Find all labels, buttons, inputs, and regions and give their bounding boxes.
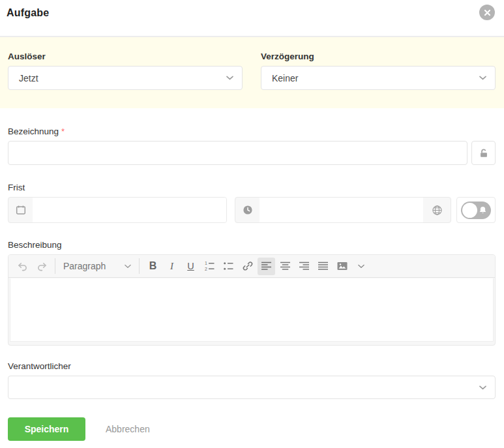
deadline-field: Frist <box>8 183 496 223</box>
align-left-icon <box>261 261 272 271</box>
close-button[interactable] <box>479 5 495 20</box>
trigger-select-value: Jetzt <box>19 73 38 83</box>
form-body: Bezeichnung* Frist <box>0 127 504 448</box>
bell-icon <box>479 206 487 215</box>
rich-text-editor: Paragraph B I U 12 <box>8 254 496 346</box>
toolbar-separator <box>139 258 140 274</box>
align-center-button[interactable] <box>276 258 294 275</box>
trigger-select[interactable]: Jetzt <box>8 66 243 90</box>
time-input-group <box>235 197 451 223</box>
numbered-list-button[interactable]: 12 <box>201 258 218 275</box>
responsible-select[interactable] <box>8 376 496 399</box>
numbered-list-icon: 12 <box>204 261 215 271</box>
reminder-toggle-knob <box>462 203 477 218</box>
chevron-down-icon <box>358 264 364 269</box>
undo-icon <box>17 260 29 272</box>
toolbar-separator <box>55 258 55 274</box>
task-dialog: Aufgabe Auslöser Jetzt Verzögerung Keine… <box>0 0 504 448</box>
reminder-toggle-track <box>461 202 491 219</box>
redo-icon <box>36 260 48 272</box>
align-right-button[interactable] <box>295 258 313 275</box>
editor-toolbar: Paragraph B I U 12 <box>8 255 495 278</box>
date-input-group <box>8 197 227 223</box>
italic-button[interactable]: I <box>163 258 181 275</box>
designation-label: Bezeichnung* <box>8 127 496 137</box>
link-button[interactable] <box>239 258 256 275</box>
cancel-button[interactable]: Abbrechen <box>106 424 150 434</box>
lock-button[interactable] <box>471 141 496 165</box>
insert-image-button[interactable] <box>333 258 351 275</box>
link-icon <box>242 260 254 272</box>
align-right-icon <box>299 261 310 271</box>
required-marker: * <box>61 127 65 136</box>
chevron-down-icon <box>226 76 233 80</box>
close-icon <box>484 9 491 16</box>
svg-text:2: 2 <box>205 267 207 271</box>
description-editor-content[interactable] <box>10 278 494 342</box>
designation-field: Bezeichnung* <box>8 127 496 165</box>
delay-field: Verzögerung Keiner <box>261 52 496 90</box>
save-button[interactable]: Speichern <box>8 417 85 441</box>
paragraph-style-dropdown[interactable]: Paragraph <box>59 258 135 275</box>
align-center-icon <box>280 261 291 271</box>
responsible-field: Verantwortlicher <box>8 361 496 399</box>
clock-icon <box>235 198 259 222</box>
image-icon <box>336 261 348 271</box>
trigger-section: Auslöser Jetzt Verzögerung Keiner <box>0 37 504 108</box>
bullet-list-button[interactable] <box>220 258 237 275</box>
lock-open-icon <box>479 148 489 158</box>
calendar-icon <box>8 198 33 222</box>
underline-button[interactable]: U <box>182 258 200 275</box>
description-label: Beschreibung <box>8 240 496 250</box>
paragraph-style-value: Paragraph <box>63 261 106 271</box>
deadline-label: Frist <box>8 183 496 193</box>
globe-icon[interactable] <box>423 198 451 222</box>
undo-button[interactable] <box>14 258 31 275</box>
chevron-down-icon <box>479 76 486 80</box>
dialog-actions: Speichern Abbrechen <box>8 417 496 448</box>
dialog-title: Aufgabe <box>7 7 49 19</box>
bullet-list-icon <box>223 261 234 271</box>
date-input[interactable] <box>33 198 226 222</box>
trigger-field: Auslöser Jetzt <box>8 52 243 90</box>
justify-button[interactable] <box>314 258 332 275</box>
justify-icon <box>318 261 329 271</box>
delay-select-value: Keiner <box>272 73 298 83</box>
designation-label-text: Bezeichnung <box>8 127 59 136</box>
chevron-down-icon <box>125 264 131 269</box>
redo-button[interactable] <box>33 258 50 275</box>
delay-select[interactable]: Keiner <box>261 66 496 90</box>
reminder-toggle[interactable] <box>456 197 496 223</box>
align-left-button[interactable] <box>258 258 275 275</box>
bold-button[interactable]: B <box>144 258 162 275</box>
svg-text:1: 1 <box>205 261 207 265</box>
responsible-label: Verantwortlicher <box>8 361 496 372</box>
dialog-header: Aufgabe <box>0 0 504 37</box>
time-input[interactable] <box>259 198 423 222</box>
description-field: Beschreibung Paragraph <box>8 240 496 346</box>
trigger-label: Auslöser <box>8 52 243 62</box>
delay-label: Verzögerung <box>261 52 496 62</box>
chevron-down-icon <box>479 385 486 390</box>
designation-input[interactable] <box>8 141 467 165</box>
more-options-button[interactable] <box>352 258 370 275</box>
